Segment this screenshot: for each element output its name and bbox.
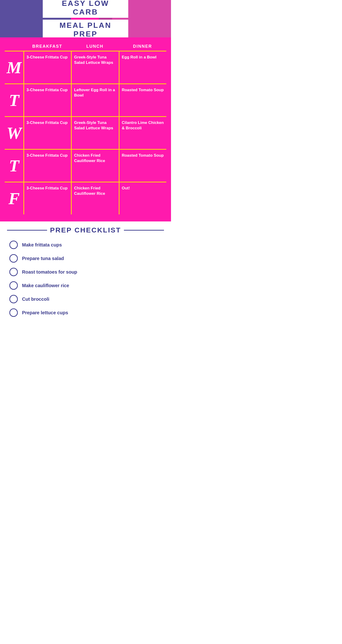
checkbox-2[interactable] (9, 268, 18, 276)
meal-rows: M 3-Cheese Frittata Cup Greek-Style Tuna… (5, 51, 166, 214)
checklist-item[interactable]: Make frittata cups (9, 240, 162, 249)
checklist-item[interactable]: Prepare tuna salad (9, 254, 162, 262)
lunch-cell-0: Greek-Style Tuna Salad Lettuce Wraps (71, 52, 118, 84)
checkbox-1[interactable] (9, 254, 18, 262)
checklist-label-3: Make cauliflower rice (22, 283, 69, 288)
checklist-title: PREP CHECKLIST (50, 226, 121, 234)
checklist-line-right (124, 230, 164, 230)
checklist-item[interactable]: Prepare lettuce cups (9, 308, 162, 317)
day-letter-3: T (5, 150, 24, 182)
meal-row: M 3-Cheese Frittata Cup Greek-Style Tuna… (5, 51, 166, 84)
breakfast-cell-1: 3-Cheese Frittata Cup (24, 84, 71, 116)
meal-row: T 3-Cheese Frittata Cup Chicken Fried Ca… (5, 149, 166, 182)
lunch-cell-4: Chicken Fried Cauliflower Rice (71, 182, 118, 214)
breakfast-cell-0: 3-Cheese Frittata Cup (24, 52, 71, 84)
breakfast-col-header: BREAKFAST (24, 42, 71, 51)
checkbox-0[interactable] (9, 240, 18, 249)
bg-shape-3 (129, 9, 171, 38)
checklist-item[interactable]: Cut broccoli (9, 295, 162, 303)
lunch-cell-1: Leftover Egg Roll in a Bowl (71, 84, 118, 116)
title-box: EASY LOW CARB MEAL PLAN PREP (43, 0, 128, 38)
day-col-header (5, 42, 24, 51)
meal-row: F 3-Cheese Frittata Cup Chicken Fried Ca… (5, 182, 166, 214)
checklist-label-5: Prepare lettuce cups (22, 310, 68, 316)
lunch-cell-2: Greek-Style Tuna Salad Lettuce Wraps (71, 117, 118, 149)
lunch-cell-3: Chicken Fried Cauliflower Rice (71, 150, 118, 182)
checklist-label-2: Roast tomatoes for soup (22, 270, 77, 275)
dinner-cell-1: Roasted Tomato Soup (119, 84, 166, 116)
dinner-cell-4: Out! (119, 182, 166, 214)
checklist-items: Make frittata cups Prepare tuna salad Ro… (7, 240, 164, 317)
meal-plan-section: BREAKFAST LUNCH DINNER M 3-Cheese Fritta… (0, 38, 171, 222)
breakfast-cell-4: 3-Cheese Frittata Cup (24, 182, 71, 214)
checklist-label-1: Prepare tuna salad (22, 256, 64, 261)
checkbox-5[interactable] (9, 308, 18, 317)
checklist-label-4: Cut broccoli (22, 296, 49, 302)
day-letter-2: W (5, 117, 24, 149)
lunch-col-header: LUNCH (71, 42, 118, 51)
title-line-1: EASY LOW CARB (43, 0, 128, 18)
breakfast-cell-3: 3-Cheese Frittata Cup (24, 150, 71, 182)
checkbox-3[interactable] (9, 281, 18, 290)
breakfast-cell-2: 3-Cheese Frittata Cup (24, 117, 71, 149)
checklist-header: PREP CHECKLIST (7, 226, 164, 234)
checkbox-4[interactable] (9, 295, 18, 303)
dinner-cell-3: Roasted Tomato Soup (119, 150, 166, 182)
checklist-line-left (7, 230, 47, 230)
column-headers: BREAKFAST LUNCH DINNER (5, 42, 166, 51)
dinner-col-header: DINNER (119, 42, 166, 51)
title-line-2: MEAL PLAN PREP (43, 20, 128, 38)
day-letter-0: M (5, 52, 24, 84)
checklist-item[interactable]: Make cauliflower rice (9, 281, 162, 290)
day-letter-1: T (5, 84, 24, 116)
checklist-section: PREP CHECKLIST Make frittata cups Prepar… (0, 222, 171, 331)
header-section: EASY LOW CARB MEAL PLAN PREP (0, 0, 171, 38)
checklist-label-0: Make frittata cups (22, 242, 62, 248)
day-letter-4: F (5, 182, 24, 214)
dinner-cell-0: Egg Roll in a Bowl (119, 52, 166, 84)
checklist-item[interactable]: Roast tomatoes for soup (9, 268, 162, 276)
meal-row: T 3-Cheese Frittata Cup Leftover Egg Rol… (5, 84, 166, 116)
meal-row: W 3-Cheese Frittata Cup Greek-Style Tuna… (5, 116, 166, 149)
dinner-cell-2: Cilantro Lime Chicken & Broccoli (119, 117, 166, 149)
